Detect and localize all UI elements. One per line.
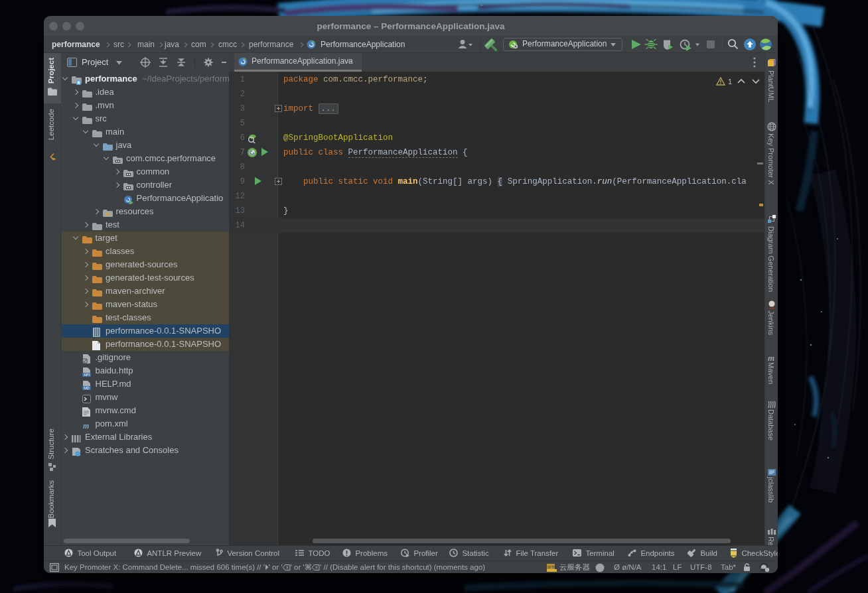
svg-text:m: m [83, 421, 89, 430]
svg-text:MD: MD [84, 386, 90, 390]
svg-text:m: m [768, 353, 774, 362]
svg-text:API: API [84, 373, 90, 377]
svg-text:1: 1 [728, 78, 732, 86]
svg-text:SFTP: SFTP [547, 565, 556, 569]
